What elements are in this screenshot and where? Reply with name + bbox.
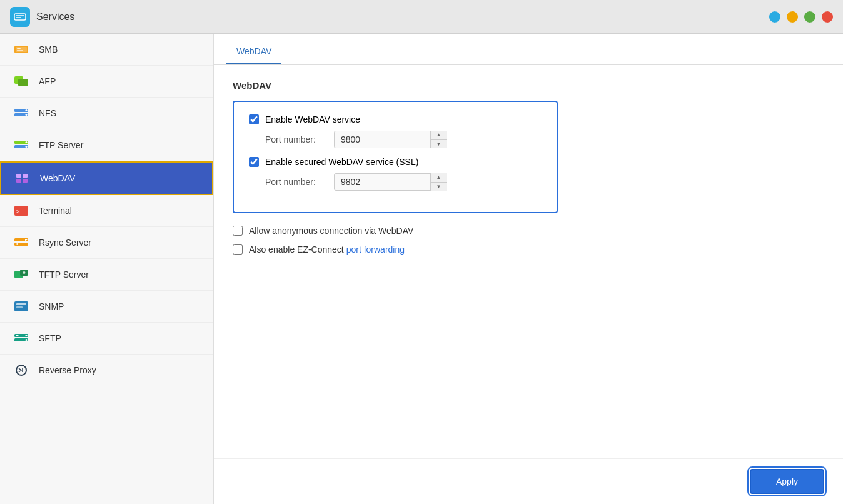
- apply-button[interactable]: Apply: [750, 469, 824, 494]
- svg-text:>_: >_: [16, 208, 23, 214]
- svg-rect-5: [17, 48, 21, 49]
- svg-point-35: [26, 335, 28, 336]
- svg-rect-20: [23, 179, 28, 183]
- port-label-2: Port number:: [265, 177, 334, 187]
- webdav-settings-box: Enable WebDAV service Port number: ▲ ▼: [233, 101, 558, 213]
- sftp-icon: [13, 331, 30, 345]
- sidebar: SMB AFP NFS: [0, 34, 214, 504]
- snmp-icon: [13, 300, 30, 313]
- wc-red-btn[interactable]: [822, 11, 833, 23]
- anon-connection-option: Allow anonymous connection via WebDAV: [233, 226, 824, 236]
- port-spin-up-2[interactable]: ▲: [431, 173, 447, 183]
- nfs-icon: [13, 106, 30, 120]
- content-area: WebDAV WebDAV Enable WebDAV service Port…: [214, 34, 843, 504]
- port-spin-down-1[interactable]: ▼: [431, 140, 447, 149]
- svg-rect-18: [23, 174, 28, 178]
- port-row-2: Port number: ▲ ▼: [265, 173, 542, 191]
- tftp-icon: [13, 268, 30, 281]
- sidebar-item-snmp[interactable]: SNMP: [0, 291, 213, 323]
- sidebar-item-webdav-label: WebDAV: [40, 173, 75, 183]
- enable-webdav-row: Enable WebDAV service: [249, 114, 542, 124]
- sidebar-item-snmp-label: SNMP: [39, 301, 64, 311]
- svg-point-15: [26, 141, 28, 143]
- anon-connection-checkbox[interactable]: [233, 226, 243, 236]
- reverseproxy-icon: [13, 363, 30, 377]
- svg-rect-6: [17, 50, 23, 51]
- sidebar-item-afp-label: AFP: [39, 76, 56, 86]
- sidebar-item-ftp-label: FTP Server: [39, 140, 83, 150]
- sidebar-item-nfs[interactable]: NFS: [0, 98, 213, 129]
- sidebar-item-sftp-label: SFTP: [39, 333, 61, 343]
- sidebar-item-smb[interactable]: SMB: [0, 34, 213, 66]
- port-spinners-1: ▲ ▼: [430, 131, 447, 148]
- window-controls: [769, 11, 833, 23]
- svg-point-36: [26, 339, 28, 341]
- svg-point-16: [26, 146, 28, 148]
- svg-rect-4: [16, 47, 27, 52]
- section-title: WebDAV: [233, 80, 824, 91]
- sidebar-item-ftp[interactable]: FTP Server: [0, 129, 213, 161]
- bottom-bar: Apply: [214, 458, 843, 504]
- sidebar-item-reverseproxy[interactable]: Reverse Proxy: [0, 355, 213, 386]
- port-forwarding-link[interactable]: port forwarding: [346, 244, 405, 255]
- port-input-1[interactable]: [334, 131, 447, 148]
- webdav-icon: [14, 171, 31, 185]
- sidebar-item-reverseproxy-label: Reverse Proxy: [39, 365, 96, 375]
- sidebar-item-rsync-label: Rsync Server: [39, 238, 91, 248]
- enable-webdav-checkbox[interactable]: [249, 114, 259, 124]
- port-label-1: Port number:: [265, 134, 334, 144]
- rsync-icon: [13, 236, 30, 249]
- port-input-2[interactable]: [334, 173, 447, 191]
- app-icon: [10, 7, 30, 27]
- sidebar-item-smb-label: SMB: [39, 44, 58, 54]
- svg-point-11: [26, 109, 28, 111]
- sidebar-item-sftp[interactable]: SFTP: [0, 323, 213, 355]
- main-area: SMB AFP NFS: [0, 34, 843, 504]
- sidebar-item-webdav[interactable]: WebDAV: [0, 161, 213, 195]
- terminal-icon: >_: [13, 204, 30, 218]
- port-spin-down-2[interactable]: ▼: [431, 183, 447, 191]
- sidebar-item-terminal[interactable]: >_ Terminal: [0, 195, 213, 227]
- wc-blue-btn[interactable]: [769, 11, 780, 23]
- port-input-wrapper-2: ▲ ▼: [334, 173, 447, 191]
- sidebar-item-tftp[interactable]: TFTP Server: [0, 259, 213, 291]
- tab-webdav[interactable]: WebDAV: [226, 40, 281, 64]
- port-spinners-2: ▲ ▼: [430, 173, 447, 191]
- port-spin-up-1[interactable]: ▲: [431, 131, 447, 140]
- ezconnect-label: Also enable EZ-Connect port forwarding: [249, 244, 405, 255]
- sidebar-item-rsync[interactable]: Rsync Server: [0, 227, 213, 259]
- port-input-wrapper-1: ▲ ▼: [334, 131, 447, 148]
- app-title: Services: [36, 11, 769, 23]
- sidebar-item-tftp-label: TFTP Server: [39, 270, 89, 280]
- svg-rect-32: [16, 306, 23, 308]
- ftp-icon: [13, 138, 30, 152]
- svg-point-12: [26, 114, 28, 116]
- sidebar-item-afp[interactable]: AFP: [0, 66, 213, 98]
- ezconnect-option: Also enable EZ-Connect port forwarding: [233, 244, 824, 255]
- svg-rect-31: [16, 303, 26, 305]
- sidebar-item-terminal-label: Terminal: [39, 206, 72, 216]
- afp-icon: [13, 74, 30, 88]
- svg-rect-19: [16, 179, 21, 183]
- titlebar: Services: [0, 0, 843, 34]
- ezconnect-checkbox[interactable]: [233, 244, 243, 255]
- wc-yellow-btn[interactable]: [787, 11, 798, 23]
- enable-webdav-label[interactable]: Enable WebDAV service: [265, 114, 360, 124]
- smb-icon: [13, 43, 30, 56]
- svg-point-29: [23, 271, 26, 274]
- content-body: WebDAV Enable WebDAV service Port number…: [214, 65, 843, 458]
- svg-rect-0: [14, 14, 26, 20]
- enable-ssl-checkbox[interactable]: [249, 157, 259, 167]
- anon-connection-label[interactable]: Allow anonymous connection via WebDAV: [249, 226, 413, 236]
- enable-ssl-row: Enable secured WebDAV service (SSL): [249, 157, 542, 167]
- svg-rect-17: [16, 174, 21, 178]
- port-row-1: Port number: ▲ ▼: [265, 131, 542, 148]
- wc-green-btn[interactable]: [804, 11, 815, 23]
- tabs-bar: WebDAV: [214, 40, 843, 65]
- sidebar-item-nfs-label: NFS: [39, 108, 56, 118]
- svg-rect-8: [18, 79, 28, 86]
- enable-ssl-label[interactable]: Enable secured WebDAV service (SSL): [265, 157, 418, 167]
